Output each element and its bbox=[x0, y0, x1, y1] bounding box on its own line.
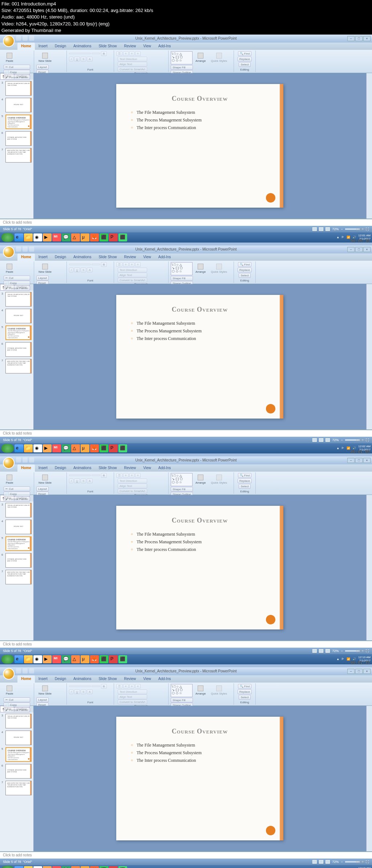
slide-thumb-3[interactable]: 3THE ALL-DE ARCHITECTURE OF THE SYSTEM bbox=[1, 81, 32, 96]
sorter-view-icon[interactable] bbox=[319, 860, 323, 864]
slide-thumb-6[interactable]: 6STORAGE, ARCHITECTURE AND SYSTEM bbox=[1, 553, 32, 568]
vertical-scrollbar[interactable] bbox=[366, 284, 372, 429]
numbering-button[interactable]: ≡ bbox=[123, 684, 129, 689]
tray-up-icon[interactable]: ▲ bbox=[336, 657, 339, 661]
tray-up-icon[interactable]: ▲ bbox=[336, 236, 339, 239]
whatsapp-icon[interactable]: 💬 bbox=[62, 655, 70, 663]
underline-button[interactable]: U bbox=[74, 479, 80, 483]
ie-icon[interactable]: e bbox=[15, 655, 23, 663]
slide-editor[interactable]: Course Overview The File Management Subs… bbox=[33, 495, 366, 640]
zoom-out-button[interactable]: − bbox=[341, 438, 343, 442]
slideshow-view-icon[interactable] bbox=[326, 227, 330, 231]
tab-home[interactable]: Home bbox=[17, 253, 35, 261]
bold-button[interactable]: B bbox=[101, 262, 107, 267]
camtasia-rec-icon[interactable]: ⬛ bbox=[118, 233, 127, 241]
whatsapp-icon[interactable]: 💬 bbox=[62, 866, 70, 868]
mi-icon[interactable]: MI bbox=[52, 444, 61, 452]
normal-view-icon[interactable] bbox=[312, 438, 317, 442]
text-direction-button[interactable]: Text Direction bbox=[118, 479, 147, 483]
slide-thumb-6[interactable]: 6STORAGE, ARCHITECTURE AND SYSTEM bbox=[1, 131, 32, 146]
maximize-button[interactable]: □ bbox=[355, 247, 363, 252]
paste-button[interactable]: Paste bbox=[4, 262, 15, 275]
tab-slideshow[interactable]: Slide Show bbox=[95, 675, 120, 683]
slide-thumb-3[interactable]: 3THE ALL-DE ARCHITECTURE OF THE SYSTEM bbox=[1, 714, 32, 728]
font-family[interactable] bbox=[69, 475, 91, 476]
chrome-icon[interactable]: ◉ bbox=[33, 233, 42, 241]
camtasia-rec-icon[interactable]: ⬛ bbox=[118, 866, 127, 868]
zoom-out-button[interactable]: − bbox=[341, 649, 343, 653]
camtasia-rec-icon[interactable]: ⬛ bbox=[118, 444, 127, 452]
close-button[interactable]: × bbox=[363, 669, 371, 674]
vlc-icon[interactable]: △ bbox=[71, 866, 80, 868]
tab-view[interactable]: View bbox=[140, 253, 155, 261]
mi-icon[interactable]: MI bbox=[52, 866, 61, 868]
numbering-button[interactable]: ≡ bbox=[123, 262, 129, 267]
shapes-gallery[interactable]: \ □ ○ △↘ { } ⬠⬡ ◇ ☆ bbox=[171, 51, 193, 64]
camtasia-rec-icon[interactable]: ⬛ bbox=[118, 655, 127, 663]
slide-editor[interactable]: Course Overview The File Management Subs… bbox=[33, 73, 366, 219]
tab-addins[interactable]: Add-Ins bbox=[155, 675, 174, 683]
align-text-button[interactable]: Align Text bbox=[118, 484, 147, 488]
slide-thumb-4[interactable]: 4FIGURE TEXT bbox=[1, 520, 32, 534]
font-size[interactable] bbox=[92, 475, 100, 476]
arrange-button[interactable]: Arrange bbox=[193, 684, 208, 697]
align-text-button[interactable]: Align Text bbox=[118, 273, 147, 277]
new-slide-button[interactable]: New Slide bbox=[36, 473, 54, 486]
replace-button[interactable]: Replace bbox=[238, 479, 252, 483]
minimize-button[interactable]: – bbox=[347, 669, 355, 674]
player-icon[interactable]: ▶ bbox=[43, 866, 52, 868]
tab-view[interactable]: View bbox=[140, 464, 155, 472]
office-button[interactable] bbox=[3, 457, 15, 469]
copy-button[interactable]: 📄 Copy bbox=[4, 492, 30, 496]
bold-button[interactable]: B bbox=[101, 684, 107, 689]
italic-button[interactable]: I bbox=[69, 268, 73, 272]
mi-icon[interactable]: MI bbox=[52, 233, 61, 241]
select-button[interactable]: Select bbox=[239, 273, 250, 278]
format-painter-button[interactable]: 🖌 Format Painter bbox=[4, 75, 30, 80]
format-painter-button[interactable]: 🖌 Format Painter bbox=[4, 497, 30, 501]
slide-thumb-4[interactable]: 4FIGURE TEXT bbox=[1, 98, 32, 112]
new-slide-button[interactable]: New Slide bbox=[36, 262, 54, 275]
numbering-button[interactable]: ≡ bbox=[123, 51, 129, 56]
tab-review[interactable]: Review bbox=[120, 253, 140, 261]
tray-up-icon[interactable]: ▲ bbox=[336, 447, 339, 450]
convert-smartart-button[interactable]: Convert to SmartArt bbox=[118, 278, 147, 283]
tab-animations[interactable]: Animations bbox=[70, 43, 95, 50]
tab-review[interactable]: Review bbox=[120, 464, 140, 472]
maximize-button[interactable]: □ bbox=[355, 669, 363, 674]
notes-pane[interactable]: Click to add notes bbox=[0, 640, 372, 648]
strike-button[interactable]: S bbox=[81, 479, 86, 483]
slide-thumb-4[interactable]: 4FIGURE TEXT bbox=[1, 731, 32, 745]
start-button[interactable] bbox=[1, 233, 14, 242]
strike-button[interactable]: S bbox=[81, 57, 86, 61]
numbering-button[interactable]: ≡ bbox=[123, 473, 129, 478]
tab-slideshow[interactable]: Slide Show bbox=[95, 253, 120, 261]
sorter-view-icon[interactable] bbox=[319, 649, 323, 653]
select-button[interactable]: Select bbox=[239, 62, 250, 67]
minimize-button[interactable]: – bbox=[347, 247, 355, 252]
paste-button[interactable]: Paste bbox=[4, 684, 15, 697]
font-color-button[interactable]: A bbox=[87, 479, 92, 483]
tray-network-icon[interactable]: 📶 bbox=[347, 447, 350, 450]
tab-design[interactable]: Design bbox=[51, 675, 70, 683]
quick-styles-button[interactable]: Quick Styles bbox=[209, 684, 229, 697]
tab-addins[interactable]: Add-Ins bbox=[155, 253, 174, 261]
torrent-icon[interactable]: μ bbox=[81, 655, 89, 663]
slide-thumb-6[interactable]: 6STORAGE, ARCHITECTURE AND SYSTEM bbox=[1, 764, 32, 779]
text-direction-button[interactable]: Text Direction bbox=[118, 689, 147, 694]
vlc-icon[interactable]: △ bbox=[71, 655, 80, 663]
quick-access-toolbar[interactable] bbox=[16, 457, 34, 463]
mi-icon[interactable]: MI bbox=[52, 655, 61, 663]
convert-smartart-button[interactable]: Convert to SmartArt bbox=[118, 67, 147, 72]
align-center-button[interactable]: ≡ bbox=[135, 262, 141, 267]
minimize-button[interactable]: – bbox=[347, 36, 355, 41]
camtasia-icon[interactable]: ⬛ bbox=[100, 655, 108, 663]
strike-button[interactable]: S bbox=[81, 689, 86, 694]
slide-thumb-3[interactable]: 3THE ALL-DE ARCHITECTURE OF THE SYSTEM bbox=[1, 292, 32, 307]
quick-access-toolbar[interactable] bbox=[16, 247, 34, 252]
tray-flag-icon[interactable]: 🏳 bbox=[341, 657, 344, 661]
tab-home[interactable]: Home bbox=[17, 675, 35, 683]
find-button[interactable]: 🔍 Find bbox=[238, 51, 252, 56]
layout-button[interactable]: Layout bbox=[36, 487, 49, 491]
whatsapp-icon[interactable]: 💬 bbox=[62, 444, 70, 452]
